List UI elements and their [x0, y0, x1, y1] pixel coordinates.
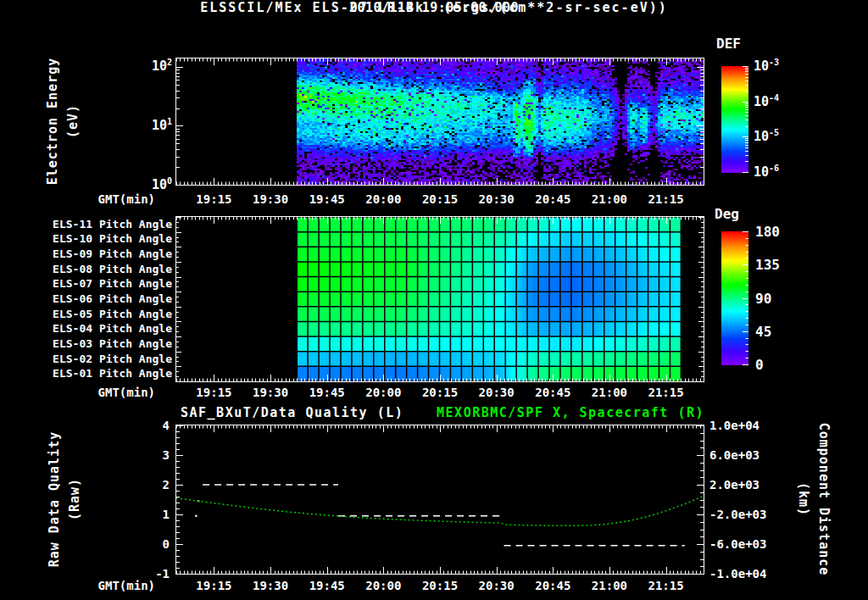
quality-tick-label: 4: [127, 419, 170, 432]
panel1-y-axis-label-line1: Electron Energy: [42, 0, 63, 248]
panel1-y-axis-label: Electron Energy (eV): [42, 0, 83, 248]
distance-tick-label: 2.0e+03: [709, 478, 781, 492]
instrument-title: ELSSCIL/MEx ELS-07 LR-Bk (ergs/(cm**2-sr…: [0, 0, 868, 15]
electron-energy-spectrogram-canvas: [175, 58, 704, 186]
deg-colorbar-tick-label: 0: [755, 357, 764, 373]
distance-tick-label: -1.0e+04: [709, 567, 781, 581]
time-tick-label: 19:30: [245, 192, 296, 206]
time-tick-label: 20:45: [527, 192, 578, 206]
pitch-row-label: ELS-04 Pitch Angle: [34, 322, 172, 335]
deg-colorbar-tick-label: 45: [755, 324, 771, 340]
pitch-row-label: ELS-02 Pitch Angle: [34, 353, 172, 365]
deg-colorbar-tick-label: 90: [755, 291, 771, 307]
quality-tick-label: 3: [127, 448, 170, 462]
quality-tick-label: -1: [127, 567, 170, 581]
time-tick-label: 20:45: [527, 386, 578, 399]
panel3-right-y-axis-label: Component Distance (km): [793, 372, 834, 600]
time-tick-label: 20:00: [358, 192, 409, 206]
deg-colorbar-tick-label: 180: [755, 224, 780, 240]
time-tick-label: 20:30: [471, 579, 522, 592]
panel3-left-title: SAF_BXuT/Data Quality (L): [181, 405, 403, 420]
pitch-row-label: ELS-03 Pitch Angle: [34, 337, 172, 350]
time-tick-label: 19:45: [302, 579, 353, 592]
time-tick-label: 19:15: [188, 192, 239, 206]
time-tick-label: 21:15: [641, 579, 692, 592]
energy-tick-label: 102: [134, 58, 172, 74]
pitch-row-label: ELS-10 Pitch Angle: [34, 232, 172, 245]
time-tick-label: 20:30: [471, 192, 522, 206]
plot-screen: 2010/114 19:05:00.000 ELSSCIL/MEx ELS-07…: [0, 0, 868, 600]
time-tick-label: 19:45: [302, 386, 353, 399]
distance-tick-label: 1.0e+04: [709, 419, 781, 432]
distance-tick-label: -6.0e+03: [709, 537, 781, 551]
time-tick-label: 20:00: [358, 386, 409, 399]
def-colorbar: [721, 66, 748, 173]
panel1-y-axis-label-line2: (eV): [63, 0, 83, 248]
def-colorbar-tick-label: 10-6: [754, 164, 779, 180]
time-tick-label: 19:15: [188, 579, 239, 592]
time-tick-label: 19:30: [245, 579, 296, 592]
time-tick-label: 21:00: [584, 579, 635, 592]
energy-tick-label: 101: [134, 117, 172, 133]
deg-colorbar: [721, 231, 748, 365]
pitch-row-label: ELS-01 Pitch Angle: [34, 367, 172, 380]
time-tick-label: 20:15: [415, 579, 465, 592]
energy-tick-label: 100: [134, 176, 172, 192]
time-tick-label: 21:00: [584, 192, 635, 206]
def-colorbar-title: DEF: [716, 36, 741, 52]
time-tick-label: 19:45: [302, 192, 353, 206]
quality-distance-plot-canvas: [175, 425, 704, 575]
pitch-row-label: ELS-07 Pitch Angle: [34, 277, 172, 290]
panel3-right-y-axis-label-line1: Component Distance: [814, 372, 834, 600]
pitch-row-label: ELS-06 Pitch Angle: [34, 292, 172, 305]
time-tick-label: 21:15: [641, 386, 692, 399]
time-tick-label: 20:15: [415, 192, 465, 206]
panel3-left-y-axis-label: Raw Data Quality (Raw): [44, 372, 85, 600]
panel1-gmt-label: GMT(min): [86, 192, 155, 206]
panel3-right-title: MEXORBMC/SPF X, Spacecraft (R): [423, 405, 704, 420]
panel2-gmt-label: GMT(min): [86, 386, 155, 399]
panel3-left-y-axis-label-line2: (Raw): [64, 372, 85, 600]
panel3-right-y-axis-label-line2: (km): [793, 372, 814, 600]
pitch-row-label: ELS-11 Pitch Angle: [34, 218, 172, 231]
quality-tick-label: 2: [127, 478, 170, 492]
def-colorbar-tick-label: 10-4: [754, 93, 779, 109]
time-tick-label: 21:15: [641, 192, 692, 206]
time-tick-label: 20:45: [527, 579, 578, 592]
quality-tick-label: 0: [127, 537, 170, 551]
distance-tick-label: 6.0e+03: [709, 448, 781, 462]
time-tick-label: 20:15: [415, 386, 465, 399]
time-tick-label: 19:30: [245, 386, 296, 399]
def-colorbar-tick-label: 10-5: [754, 128, 779, 144]
pitch-row-label: ELS-08 Pitch Angle: [34, 263, 172, 275]
def-colorbar-tick-label: 10-3: [754, 58, 779, 74]
time-tick-label: 20:30: [471, 386, 522, 399]
pitch-row-label: ELS-09 Pitch Angle: [34, 247, 172, 260]
time-tick-label: 19:15: [188, 386, 239, 399]
panel3-left-y-axis-label-line1: Raw Data Quality: [44, 372, 64, 600]
deg-colorbar-title: Deg: [715, 206, 739, 222]
time-tick-label: 20:00: [358, 579, 409, 592]
deg-colorbar-tick-label: 135: [755, 257, 780, 273]
quality-tick-label: 1: [127, 508, 170, 521]
pitch-row-label: ELS-05 Pitch Angle: [34, 308, 172, 320]
distance-tick-label: -2.0e+03: [709, 508, 781, 521]
pitch-angle-grid-canvas: [175, 216, 704, 382]
panel3-gmt-label: GMT(min): [86, 579, 155, 592]
time-tick-label: 21:00: [584, 386, 635, 399]
